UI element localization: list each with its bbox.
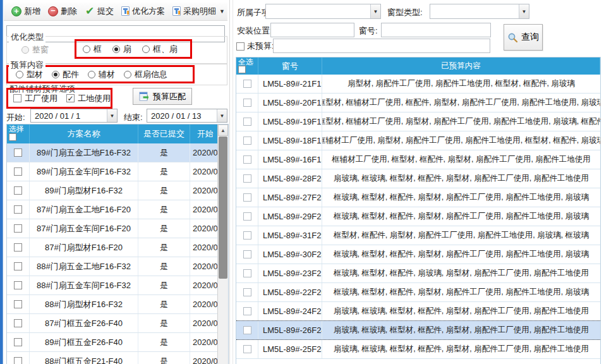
plan-row[interactable]: 88#门扇型材F16-F32 是 2020/0 xyxy=(7,295,228,314)
row-checkbox[interactable] xyxy=(14,224,22,233)
plan-row[interactable]: 89#门扇五金工地F16-F32 是 2020/0 xyxy=(7,143,228,162)
row-checkbox[interactable] xyxy=(243,307,251,315)
window-row[interactable]: LM5L-89#-31F29 框型材, 框配件, 扇型材, 扇配件工厂使用, 扇… xyxy=(236,226,600,245)
row-checkbox[interactable] xyxy=(14,167,22,176)
toolbar-button[interactable]: 采购明细 ▼ xyxy=(169,4,229,19)
window-no-input[interactable] xyxy=(381,23,491,37)
plan-row[interactable]: 88#门扇五金车间F16-F32 是 2020/0 xyxy=(7,276,228,295)
plan-row[interactable]: 89#门扇型材F16-F32 是 2020/0 xyxy=(7,181,228,200)
window-row[interactable]: LM5L-89#-20F18 框型材, 框辅材工厂使用, 框配件, 扇型材, 扇… xyxy=(236,94,600,112)
row-checkbox[interactable] xyxy=(14,357,22,364)
row-checkbox[interactable] xyxy=(243,80,251,88)
radio-option[interactable]: 辅材 xyxy=(88,69,115,80)
window-row[interactable]: LM5L-89#-27F25 框玻璃, 框型材, 框配件, 扇型材, 扇配件工厂… xyxy=(236,188,600,207)
sub-item-combo[interactable]: ▼ xyxy=(265,4,381,19)
window-row[interactable]: LM5L-89#-30F28 框玻璃, 框型材, 框配件, 扇型材, 扇配件工厂… xyxy=(236,245,600,264)
plan-row[interactable]: 88#门扇五金工地F16-F32 是 2020/0 xyxy=(7,257,228,276)
window-row[interactable]: LM5L-89#-18F16 框辅材工厂使用, 扇型材, 扇配件工厂使用, 扇配… xyxy=(236,131,600,150)
vertical-scrollbar[interactable]: ▲ xyxy=(217,124,228,364)
row-checkbox[interactable] xyxy=(14,319,22,327)
row-checkbox[interactable] xyxy=(243,193,251,202)
start-date-picker[interactable]: 2020 / 01 / 1 ▼ xyxy=(30,109,118,123)
start-date-cell: 2020/0 xyxy=(190,333,219,351)
scrollbar-thumb[interactable] xyxy=(219,136,227,279)
start-date-cell: 2020/0 xyxy=(190,257,219,276)
select-all-checkbox[interactable] xyxy=(238,66,246,73)
row-checkbox[interactable] xyxy=(243,231,251,240)
row-checkbox[interactable] xyxy=(243,118,251,126)
radio-icon xyxy=(88,71,95,78)
row-checkbox[interactable] xyxy=(14,300,22,308)
window-row[interactable]: LM5L-89#-28F26 扇玻璃, 框玻璃, 框型材, 框配件, 扇型材, … xyxy=(236,169,600,188)
radio-option[interactable]: 扇 xyxy=(112,44,131,55)
budgeted-content-cell: 框辅材工厂使用, 框型材, 框配件, 扇型材, 扇配件工厂使用, 扇配件工地使用 xyxy=(322,150,600,169)
window-row[interactable]: LM5L-89#-26F24 扇玻璃, 框玻璃, 框型材, 框配件, 扇型材, … xyxy=(236,320,600,340)
plan-row[interactable]: 89#门框五金F26-F40 是 2020/0 xyxy=(7,333,228,352)
row-checkbox[interactable] xyxy=(243,155,251,164)
radio-option[interactable]: 框 xyxy=(83,44,102,55)
toolbar-button[interactable]: 新增 xyxy=(8,4,44,19)
plan-row[interactable]: 87#门框五金F26-F40 是 2020/0 xyxy=(7,314,228,333)
row-checkbox[interactable] xyxy=(14,262,22,270)
row-checkbox[interactable] xyxy=(243,99,251,107)
toolbar-button[interactable]: 删除 xyxy=(44,4,81,19)
query-button[interactable]: 查询 xyxy=(504,24,543,51)
chevron-down-icon[interactable]: ▼ xyxy=(370,4,380,18)
window-row[interactable]: LM5L-89#-16F15 框辅材工厂使用, 框型材, 框配件, 扇型材, 扇… xyxy=(236,150,600,169)
row-checkbox[interactable] xyxy=(14,205,22,214)
radio-option[interactable]: 框、扇 xyxy=(142,44,178,55)
window-no-cell: LM5L-89#-28F26 xyxy=(258,169,322,188)
budget-match-button[interactable]: 预算匹配 xyxy=(133,88,192,105)
radio-option[interactable]: 整窗 xyxy=(21,44,49,56)
checkbox-option[interactable]: 工厂使用 xyxy=(13,93,57,104)
no-budget-checkbox-item[interactable]: 未预算: xyxy=(236,40,274,52)
install-position-input[interactable] xyxy=(270,23,354,37)
window-row[interactable]: LM5L-89#-21F19 扇型材, 扇配件工厂使用, 扇配件工地使用, 框型… xyxy=(236,75,600,94)
end-date-picker[interactable]: 2020 / 01 / 13 ▼ xyxy=(147,109,227,123)
scroll-up-arrow-icon[interactable]: ▲ xyxy=(218,124,228,136)
budgeted-content-cell: 框玻璃, 框型材, 框配件, 扇玻璃, 扇型材, 扇配件工厂使用, 扇配件工地使… xyxy=(322,264,600,282)
chevron-down-icon[interactable]: ▼ xyxy=(217,109,227,122)
row-checkbox[interactable] xyxy=(243,269,251,277)
row-checkbox[interactable] xyxy=(243,212,251,221)
row-checkbox[interactable] xyxy=(14,243,22,252)
budget-match-window: 新增 删除 提交 xyxy=(0,0,604,364)
row-checkbox[interactable] xyxy=(243,345,251,353)
checkbox-option[interactable]: 工地使用 xyxy=(66,93,111,104)
row-checkbox[interactable] xyxy=(14,338,22,346)
window-row[interactable]: LM5L-89#-29F27 框玻璃, 框型材, 框配件, 扇型材, 扇配件工厂… xyxy=(236,207,600,226)
chevron-down-icon[interactable]: ▼ xyxy=(107,109,117,122)
window-row[interactable]: LM5L-89#-22F20 框玻璃, 框型材, 框配件, 扇型材, 扇配件工厂… xyxy=(236,283,600,302)
window-row[interactable]: LM5L-89#-24F22 扇玻璃, 框玻璃, 框型材, 框配件, 扇型材, … xyxy=(236,302,600,321)
plan-row[interactable]: 87#门扇型材F16-F20 是 2020/0 xyxy=(7,238,228,257)
toolbar-button[interactable]: 优化方案 xyxy=(118,4,169,19)
budgeted-content-cell: 框型材, 框辅材工厂使用, 扇型材, 扇配件工厂使用, 扇配件工地使用, 扇玻璃… xyxy=(322,112,600,131)
row-checkbox[interactable] xyxy=(243,136,251,145)
window-type-combo[interactable]: ▼ xyxy=(430,4,529,19)
window-row[interactable]: LM5L-89#-19F17 框型材, 框辅材工厂使用, 扇型材, 扇配件工厂使… xyxy=(236,112,600,131)
chevron-down-icon[interactable]: ▼ xyxy=(519,4,529,18)
window-row[interactable]: LM5L-89#-23F21 框玻璃, 框型材, 框配件, 扇玻璃, 扇型材, … xyxy=(236,264,600,283)
row-checkbox[interactable] xyxy=(243,326,251,334)
plan-name-cell: 89#门扇型材F16-F32 xyxy=(30,181,138,200)
row-checkbox[interactable] xyxy=(14,186,22,195)
window-no-cell: LM5L-89#-23F21 xyxy=(258,264,322,282)
start-date-cell: 2020/0 xyxy=(190,200,219,219)
row-checkbox[interactable] xyxy=(243,174,251,183)
radio-option[interactable]: 配件 xyxy=(52,69,79,80)
toolbar-button[interactable]: 提交 xyxy=(81,4,118,19)
select-all-checkbox[interactable] xyxy=(9,133,16,141)
radio-option[interactable]: 框扇信息 xyxy=(124,69,167,80)
plan-row[interactable]: 88#门框五金F21-F40 是 2020/0 xyxy=(7,352,228,364)
window-row[interactable]: LM5L-89#-25F23 扇玻璃, 框玻璃, 框型材, 框配件, 扇型材, … xyxy=(236,340,600,359)
plan-row[interactable]: 87#门扇五金工地F16-F20 是 2020/0 xyxy=(7,200,228,219)
no-budget-input[interactable] xyxy=(273,39,490,53)
row-checkbox[interactable] xyxy=(243,288,251,296)
plan-name-cell: 89#门扇五金车间F16-F32 xyxy=(30,162,138,181)
row-checkbox[interactable] xyxy=(14,281,22,289)
row-checkbox[interactable] xyxy=(14,149,22,157)
plan-row[interactable]: 87#门扇五金车间F16-F20 是 2020/0 xyxy=(7,219,228,238)
row-checkbox[interactable] xyxy=(243,250,251,258)
plan-row[interactable]: 89#门扇五金车间F16-F32 是 2020/0 xyxy=(7,162,228,181)
panel-splitter[interactable] xyxy=(229,0,235,364)
